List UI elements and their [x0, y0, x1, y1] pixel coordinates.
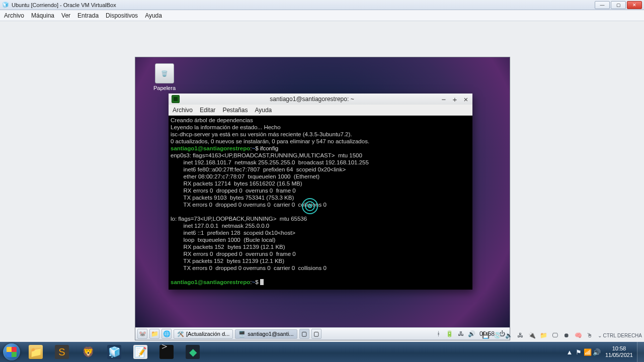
out-deps4: 0 actualizados, 0 nuevos se instalarán, … [171, 138, 369, 144]
panel-task-update-label: [Actualización d... [186, 331, 229, 337]
taskbar-app-2[interactable]: ◆ [181, 343, 205, 361]
out-deps3: isc-dhcp-server ya está en su versión má… [171, 131, 352, 137]
windows-clock[interactable]: 10:58 11/05/2021 [601, 345, 637, 358]
out-lo-inet6: inet6 ::1 prefixlen 128 scopeid 0x10<hos… [171, 230, 295, 236]
terminal-menu-archivo[interactable]: Archivo [173, 107, 193, 114]
terminal-window[interactable]: santiago1@santiagorestrepo: ~ − + × Arch… [169, 94, 472, 290]
vb-menu-ayuda[interactable]: Ayuda [145, 12, 162, 19]
out-lo-rxp: RX packets 152 bytes 12139 (12.1 KB) [171, 244, 285, 250]
terminal-minimize-button[interactable]: − [440, 96, 447, 103]
virtualbox-guest-framebuffer: 🗑️ Papelera santiago1@santiagorestrepo: … [0, 21, 644, 340]
taskbar-virtualbox[interactable]: 🧊 [102, 343, 126, 361]
panel-task-terminal-label: santiago1@santi... [248, 331, 293, 337]
panel-task-terminal[interactable]: 🖥️ santiago1@santi... [235, 329, 297, 339]
bluetooth-icon[interactable]: ᚼ [435, 330, 442, 337]
tray-volume-icon[interactable]: 🔊 [592, 342, 601, 362]
taskbar-brave[interactable]: 🦁 [76, 343, 100, 361]
out-enp-hdr: enp0s3: flags=4163<UP,BROADCAST,RUNNING,… [171, 152, 362, 158]
start-button[interactable] [0, 342, 23, 362]
virtualbox-statusbar: 💾 💿 🔈 🖧 🔌 📁 🖵 ⏺ 🧠 🖱 ⌄ CTRL DERECHA [482, 331, 642, 340]
terminal-menu-pestanas[interactable]: Pestañas [222, 107, 248, 114]
panel-task-update[interactable]: 🛠️ [Actualización d... [174, 329, 233, 339]
panel-workspaces-1[interactable]: ▢ [299, 329, 309, 339]
virtualbox-title: Ubuntu [Corriendo] - Oracle VM VirtualBo… [12, 2, 595, 8]
terminal-body[interactable]: Creando árbol de dependencias Leyendo la… [169, 116, 472, 290]
terminal-title: santiago1@santiagorestrepo: ~ [184, 96, 440, 103]
update-icon: 🛠️ [177, 331, 184, 337]
out-enp-rxe: RX errors 0 dropped 0 overruns 0 frame 0 [171, 188, 296, 194]
vb-optical-icon[interactable]: 💿 [494, 332, 501, 339]
taskbar-explorer[interactable]: 📁 [24, 343, 48, 361]
out-lo-inet: inet 127.0.0.1 netmask 255.0.0.0 [171, 223, 269, 229]
vb-menu-dispositivos[interactable]: Dispositivos [106, 12, 138, 19]
vb-usb-icon[interactable]: 🔌 [528, 332, 536, 339]
vb-menu-archivo[interactable]: Archivo [4, 12, 24, 19]
vb-shared-icon[interactable]: 📁 [540, 332, 547, 339]
trash-icon: 🗑️ [155, 63, 174, 83]
terminal-titlebar[interactable]: santiago1@santiagorestrepo: ~ − + × [169, 94, 472, 105]
terminal-close-button[interactable]: × [462, 96, 469, 103]
guest-desktop[interactable]: 🗑️ Papelera santiago1@santiagorestrepo: … [135, 57, 510, 340]
terminal-cursor [260, 279, 264, 285]
out-enp-rxp: RX packets 12714 bytes 16516202 (16.5 MB… [171, 180, 302, 187]
vb-hdd-icon[interactable]: 💾 [482, 332, 490, 339]
vb-mouse-icon[interactable]: 🖱 [586, 332, 594, 339]
terminal-maximize-button[interactable]: + [451, 96, 458, 103]
taskbar-sublime[interactable]: S [50, 343, 74, 361]
prompt-user-2: santiago1@santiagorestrepo [171, 279, 250, 285]
panel-whisker-menu[interactable]: 🐭 [137, 329, 147, 339]
show-desktop-button[interactable] [637, 342, 644, 362]
vb-hostkey-label: CTRL DERECHA [603, 333, 642, 338]
virtualbox-titlebar: 🧊 Ubuntu [Corriendo] - Oracle VM Virtual… [0, 0, 644, 10]
vb-audio-icon[interactable]: 🔈 [505, 332, 513, 339]
vb-menu-maquina[interactable]: Máquina [31, 12, 54, 19]
out-lo-txp: TX packets 152 bytes 12139 (12.1 KB) [171, 258, 284, 264]
vb-recording-icon[interactable]: ⏺ [563, 332, 571, 339]
terminal-menubar: Archivo Editar Pestañas Ayuda [169, 105, 472, 116]
out-lo-txe: TX errors 0 dropped 0 overruns 0 carrier… [171, 265, 327, 271]
network-icon[interactable]: 🖧 [457, 330, 464, 337]
maximize-button[interactable]: ▢ [611, 1, 626, 9]
vb-display-icon[interactable]: 🖵 [551, 332, 559, 339]
panel-web-launcher[interactable]: 🌐 [162, 329, 172, 339]
guest-panel: 🐭 📁 🌐 🛠️ [Actualización d... 🖥️ santiago… [135, 327, 510, 340]
vb-network-icon[interactable]: 🖧 [517, 332, 524, 339]
out-enp-ether: ether 08:00:27:c7:78:07 txqueuelen 1000 … [171, 173, 319, 179]
minimize-button[interactable]: — [595, 1, 610, 9]
volume-icon[interactable]: 🔊 [468, 330, 475, 337]
out-enp-txp: TX packets 9103 bytes 753341 (753.3 KB) [171, 195, 294, 201]
out-lo-hdr: lo: flags=73<UP,LOOPBACK,RUNNING> mtu 65… [171, 216, 307, 222]
cmd-1: ifconfig [260, 145, 278, 151]
prompt-sym-2: $ [255, 279, 260, 285]
panel-files-launcher[interactable]: 📁 [149, 329, 159, 339]
terminal-menu-ayuda[interactable]: Ayuda [255, 107, 272, 114]
out-enp-txe: TX errors 0 dropped 0 overruns 0 carrier… [171, 202, 327, 208]
panel-workspaces-2[interactable]: ▢ [311, 329, 321, 339]
tray-network-icon[interactable]: 📶 [583, 342, 592, 362]
tray-action-center-icon[interactable]: ⚑ [574, 342, 583, 362]
out-deps2: Leyendo la información de estado... Hech… [171, 124, 281, 130]
out-enp-inet6: inet6 fe80::a00:27ff:fec7:7807 prefixlen… [171, 166, 346, 172]
out-enp-inet: inet 192.168.101.7 netmask 255.255.255.0… [171, 159, 369, 165]
close-button[interactable]: ✕ [627, 1, 642, 9]
vb-menu-entrada[interactable]: Entrada [77, 12, 99, 19]
prompt-user-1: santiago1@santiagorestrepo [171, 145, 250, 151]
trash-desktop-icon[interactable]: 🗑️ Papelera [149, 63, 180, 91]
vb-hostkey-indicator: ⌄ CTRL DERECHA [598, 333, 642, 338]
windows-taskbar: 📁 S 🦁 🧊 📝 ＞_ ◆ ▲ ⚑ 📶 🔊 10:58 11/05/2021 [0, 342, 644, 362]
prompt-sym-1: $ [255, 145, 260, 151]
taskbar-app-1[interactable]: 📝 [128, 343, 152, 361]
out-lo-loop: loop txqueuelen 1000 (Bucle local) [171, 237, 275, 243]
virtualbox-menubar: Archivo Máquina Ver Entrada Dispositivos… [0, 10, 644, 21]
chevron-down-icon: ⌄ [598, 333, 602, 338]
battery-icon[interactable]: 🔋 [446, 330, 453, 337]
tray-overflow-icon[interactable]: ▲ [565, 342, 574, 362]
windows-clock-time: 10:58 [605, 345, 633, 352]
vb-cpu-icon[interactable]: 🧠 [575, 332, 582, 339]
taskbar-cmd[interactable]: ＞_ [154, 343, 179, 361]
windows-clock-date: 11/05/2021 [605, 352, 633, 358]
virtualbox-app-icon: 🧊 [2, 2, 9, 9]
vb-menu-ver[interactable]: Ver [61, 12, 70, 19]
terminal-menu-editar[interactable]: Editar [200, 107, 215, 114]
terminal-icon: 🖥️ [238, 331, 246, 337]
